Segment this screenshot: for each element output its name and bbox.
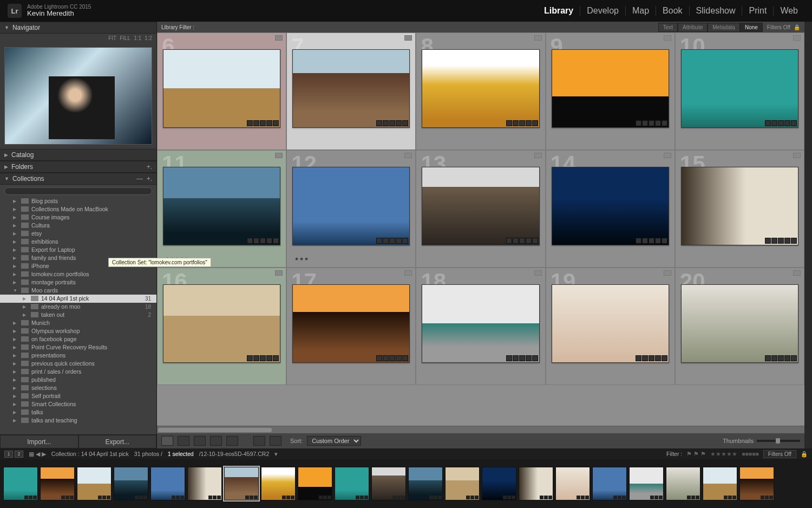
thumbnail-image[interactable] <box>422 284 539 363</box>
thumbnail-image[interactable] <box>422 49 539 128</box>
nav-zoom-FIT[interactable]: FIT <box>108 35 116 41</box>
filter-tab-attribute[interactable]: Attribute <box>678 23 708 32</box>
collection-item[interactable]: ▶Cultura <box>0 222 156 230</box>
filmstrip-thumb[interactable] <box>187 467 222 500</box>
grid-cell[interactable]: 18 <box>416 268 545 385</box>
collection-item[interactable]: ▼Moo cards <box>0 286 156 295</box>
cell-expand-icon[interactable] <box>275 153 283 158</box>
filter-tab-text[interactable]: Text <box>658 23 678 32</box>
grid-cell[interactable]: 8 <box>416 32 545 150</box>
export-button[interactable]: Export... <box>78 435 157 448</box>
display-toggle-2[interactable]: 2 <box>15 451 23 458</box>
nav-zoom-1-1[interactable]: 1:1 <box>134 35 141 41</box>
collection-item[interactable]: ▶Collections Made on MacBook <box>0 205 156 213</box>
sort-select[interactable]: Custom Order <box>307 436 361 446</box>
filmstrip-thumb[interactable] <box>666 467 700 500</box>
thumbnail-image[interactable] <box>552 49 669 128</box>
collection-item[interactable]: ▶montage portraits <box>0 278 156 286</box>
cell-expand-icon[interactable] <box>793 153 801 158</box>
collections-header[interactable]: ▼ Collections — +. <box>0 173 156 185</box>
import-button[interactable]: Import... <box>0 435 78 448</box>
grid-horizontal-scrollbar[interactable] <box>157 426 804 433</box>
collection-item[interactable]: ▶14 04 April 1st pick31 <box>0 295 156 303</box>
collection-item[interactable]: ▶Self portrait <box>0 392 156 400</box>
collection-item[interactable]: ▶Export for Laptop <box>0 246 156 254</box>
filter-lock-icon[interactable]: 🔒 <box>801 451 808 458</box>
cell-expand-icon[interactable] <box>534 270 542 276</box>
collection-item[interactable]: ▶taken out2 <box>0 311 156 319</box>
grid-cell[interactable]: 11★★★★★ <box>157 150 286 268</box>
filter-tab-none[interactable]: None <box>740 23 763 32</box>
filmstrip-thumb[interactable] <box>445 467 480 500</box>
filmstrip-thumb[interactable] <box>114 467 148 500</box>
cell-expand-icon[interactable] <box>664 270 671 276</box>
collection-item[interactable]: ▶talks <box>0 408 156 416</box>
grid-cell[interactable]: 17 <box>286 268 416 385</box>
module-library[interactable]: Library <box>538 6 580 16</box>
collection-item[interactable]: ▶exhibitions <box>0 238 156 246</box>
collection-item[interactable]: ▶previous quick colections <box>0 360 156 368</box>
filmstrip-thumb[interactable] <box>77 467 112 500</box>
nav-zoom-FILL[interactable]: FILL <box>120 35 130 41</box>
catalog-header[interactable]: ▶ Catalog <box>0 149 156 161</box>
filmstrip-thumb[interactable] <box>408 467 443 500</box>
thumbnail-image[interactable] <box>681 284 798 363</box>
lock-icon[interactable]: 🔒 <box>794 24 800 30</box>
module-web[interactable]: Web <box>773 6 804 16</box>
cell-expand-icon[interactable] <box>275 35 283 41</box>
filmstrip-thumb[interactable] <box>592 467 627 500</box>
cell-expand-icon[interactable] <box>275 270 283 276</box>
filter-tab-metadata[interactable]: Metadata <box>708 23 740 32</box>
collection-item[interactable]: ▶Olympus workshop <box>0 327 156 335</box>
module-map[interactable]: Map <box>625 6 656 16</box>
module-book[interactable]: Book <box>656 6 689 16</box>
filmstrip[interactable] <box>0 459 812 508</box>
thumbnail-image[interactable] <box>292 284 410 363</box>
grid-cell[interactable]: 20 <box>675 268 804 385</box>
filmstrip-thumb[interactable] <box>629 467 664 500</box>
filters-off-label[interactable]: Filters Off <box>767 24 790 30</box>
collection-item[interactable]: ▶Course images <box>0 213 156 222</box>
cell-expand-icon[interactable] <box>664 35 671 41</box>
cell-expand-icon[interactable] <box>793 35 801 41</box>
thumbnail-image[interactable] <box>163 167 280 245</box>
navigator-zoom-levels[interactable]: FITFILL1:11:2 <box>0 34 156 43</box>
collection-item[interactable]: ▶published <box>0 376 156 384</box>
module-slideshow[interactable]: Slideshow <box>689 6 742 16</box>
collection-item[interactable]: ▶already on moo18 <box>0 303 156 311</box>
add-folder-icon[interactable]: +. <box>147 163 152 171</box>
thumbnail-image[interactable] <box>552 284 669 363</box>
collection-item[interactable]: ▶lomokev.com portfolios <box>0 270 156 278</box>
filmstrip-thumb[interactable] <box>371 467 406 500</box>
grid-cell[interactable]: 14 <box>546 150 675 268</box>
survey-view-button[interactable] <box>210 436 222 446</box>
collection-item[interactable]: ▶on facebook page <box>0 335 156 343</box>
navigator-header[interactable]: ▼ Navigator <box>0 22 156 34</box>
collections-filter-input[interactable] <box>4 187 152 195</box>
grid-cell[interactable]: 16 <box>157 268 286 385</box>
filmstrip-thumb[interactable] <box>298 467 332 500</box>
sort-direction-button[interactable] <box>270 436 281 446</box>
thumbnail-image[interactable] <box>163 284 280 363</box>
filmstrip-filters-off-button[interactable]: Filters Off <box>763 450 796 458</box>
thumbnail-size-slider[interactable] <box>757 440 800 442</box>
grid-cell[interactable]: 13 <box>416 150 545 268</box>
grid-cell[interactable]: 15 <box>675 150 804 268</box>
cell-expand-icon[interactable] <box>664 153 671 158</box>
filmstrip-thumb[interactable] <box>739 467 774 500</box>
cell-expand-icon[interactable] <box>404 270 412 276</box>
cell-expand-icon[interactable] <box>793 270 801 276</box>
collection-item[interactable]: ▶Smart Collections <box>0 400 156 408</box>
cell-expand-icon[interactable] <box>534 35 542 41</box>
flag-filter-icon[interactable]: ⚑ ⚑ ⚑ <box>686 451 706 457</box>
collection-item[interactable]: ▶Point Curve Recovery Results <box>0 343 156 351</box>
grid-cell[interactable]: 6 <box>157 32 286 150</box>
thumbnail-image[interactable] <box>552 167 669 245</box>
people-view-button[interactable] <box>226 436 238 446</box>
filmstrip-thumb[interactable] <box>555 467 590 500</box>
filmstrip-thumb[interactable] <box>224 467 259 500</box>
module-print[interactable]: Print <box>742 6 773 16</box>
secondary-display-toggles[interactable]: 12 <box>4 451 23 458</box>
filmstrip-thumb[interactable] <box>40 467 75 500</box>
grid-cell[interactable]: 9 <box>546 32 675 150</box>
